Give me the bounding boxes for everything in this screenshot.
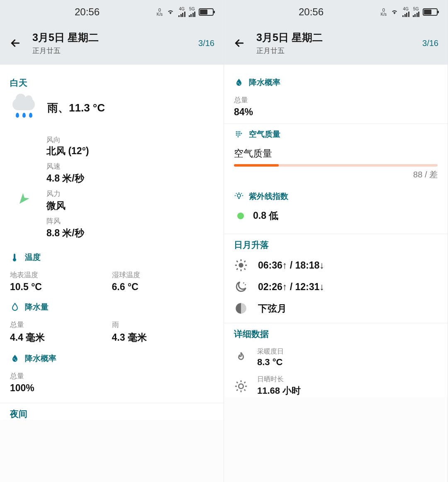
weather-summary: 雨、11.3 °C (47, 101, 105, 115)
day-section-title: 白天 (10, 77, 214, 89)
flame-icon (234, 351, 248, 365)
wifi-icon (166, 8, 175, 16)
wind-force-label: 风力 (46, 189, 89, 199)
precip-prob-value-right: 84% (234, 107, 438, 118)
thermometer-icon (10, 252, 20, 262)
svg-point-1 (15, 360, 16, 361)
grid-dots-icon (234, 129, 244, 139)
signal-5g-icon: 5G (413, 7, 420, 17)
svg-point-18 (239, 384, 243, 388)
droplet-icon (10, 302, 20, 312)
svg-point-10 (241, 133, 242, 134)
header-date: 3月5日 星期二 (256, 31, 422, 44)
svg-point-3 (239, 84, 240, 85)
heating-value: 8.3 °C (257, 357, 284, 368)
svg-point-0 (14, 358, 15, 359)
svg-point-13 (239, 135, 241, 136)
moon-phase-text: 下弦月 (258, 302, 287, 315)
svg-point-11 (236, 135, 237, 136)
temperature-section: 温度 (10, 252, 214, 263)
sun-duration-icon (234, 379, 248, 393)
svg-point-9 (239, 133, 241, 134)
svg-point-5 (238, 131, 239, 133)
wetbulb-value: 6.6 °C (112, 281, 214, 293)
svg-point-14 (238, 136, 239, 138)
precip-total-value: 4.4 毫米 (10, 331, 112, 344)
precip-prob-section-left: 降水概率 (10, 353, 214, 364)
precip-prob-value-left: 100% (10, 383, 214, 394)
wind-force-value: 微风 (46, 199, 89, 212)
precip-prob-section-right: 降水概率 (234, 77, 438, 88)
droplet-filled-icon (234, 78, 244, 87)
wetbulb-label: 湿球温度 (112, 270, 214, 280)
sunshine-label: 日晒时长 (257, 375, 301, 384)
lightbulb-icon (234, 191, 244, 201)
header-date: 3月5日 星期二 (32, 31, 198, 44)
screen-right: 20:56 0 K/s 4G 5G 3月5日 星期二 正月廿五 3/ (224, 0, 448, 482)
wind-speed-label: 风速 (46, 162, 89, 171)
air-quality-bar (234, 164, 438, 167)
uv-value: 0.8 低 (253, 209, 278, 222)
back-button[interactable] (9, 37, 22, 49)
sunrise-sunset: 06:36↑ / 18:18↓ (258, 260, 324, 271)
page-counter[interactable]: 3/16 (198, 39, 214, 48)
wind-dir-label: 风向 (46, 135, 89, 145)
wind-speed-value: 4.8 米/秒 (46, 172, 89, 185)
signal-5g-icon: 5G (189, 7, 196, 17)
sun-icon (234, 258, 248, 272)
precip-prob-label-left: 总量 (10, 371, 214, 381)
heating-label: 采暖度日 (257, 347, 284, 356)
precip-rain-label: 雨 (112, 320, 214, 329)
header-lunar: 正月廿五 (256, 46, 422, 56)
night-section-title: 夜间 (10, 408, 214, 420)
status-icons: 0 K/s 4G 5G (381, 7, 438, 17)
svg-point-6 (239, 131, 241, 133)
status-time: 20:56 (299, 6, 324, 18)
wind-direction-icon (10, 160, 36, 240)
battery-icon (199, 8, 214, 16)
precip-rain-value: 4.3 毫米 (112, 331, 214, 344)
surface-temp-label: 地表温度 (10, 270, 112, 280)
moon-phase-icon (234, 301, 248, 315)
svg-point-7 (236, 133, 237, 134)
sunshine-value: 11.68 小时 (257, 385, 301, 397)
header-lunar: 正月廿五 (32, 46, 198, 56)
status-time: 20:56 (75, 6, 100, 18)
status-bar: 20:56 0 K/s 4G 5G (0, 0, 224, 24)
droplet-filled-icon (10, 354, 20, 363)
rain-cloud-icon (10, 96, 37, 119)
precip-amount-section: 降水量 (10, 302, 214, 312)
wind-gust-value: 8.8 米/秒 (46, 227, 89, 240)
sun-moon-section: 日月升落 (234, 239, 438, 251)
svg-point-15 (237, 194, 241, 197)
signal-4g-icon: 4G (402, 7, 409, 17)
moon-icon (234, 280, 248, 294)
net-speed-icon: 0 K/s (157, 8, 163, 17)
uv-section: 紫外线指数 (234, 191, 438, 202)
page-counter[interactable]: 3/16 (422, 39, 438, 48)
screen-left: 20:56 0 K/s 4G 5G 3月5日 星期二 正月廿五 3/ (0, 0, 224, 482)
moonrise-moonset: 02:26↑ / 12:31↓ (258, 281, 324, 293)
status-bar: 20:56 0 K/s 4G 5G (224, 0, 448, 24)
wifi-icon (390, 8, 399, 16)
status-icons: 0 K/s 4G 5G (157, 7, 214, 17)
svg-point-12 (238, 135, 239, 136)
precip-prob-label-right: 总量 (234, 95, 438, 105)
back-button[interactable] (233, 37, 246, 49)
air-quality-fill (234, 164, 279, 167)
air-quality-section: 空气质量 (234, 129, 438, 140)
svg-point-16 (239, 263, 243, 267)
net-speed-icon: 0 K/s (381, 8, 387, 17)
air-quality-label: 空气质量 (234, 147, 438, 160)
battery-icon (423, 8, 438, 16)
svg-point-8 (238, 133, 239, 134)
surface-temp-value: 10.5 °C (10, 281, 112, 293)
header: 3月5日 星期二 正月廿五 3/16 (0, 24, 224, 65)
header: 3月5日 星期二 正月廿五 3/16 (224, 24, 448, 65)
wind-dir-value: 北风 (12°) (46, 145, 89, 157)
signal-4g-icon: 4G (178, 7, 185, 17)
uv-level-dot (237, 213, 244, 219)
svg-point-2 (238, 82, 239, 83)
detail-data-section: 详细数据 (234, 328, 438, 340)
air-quality-score: 88 / 差 (234, 169, 438, 180)
